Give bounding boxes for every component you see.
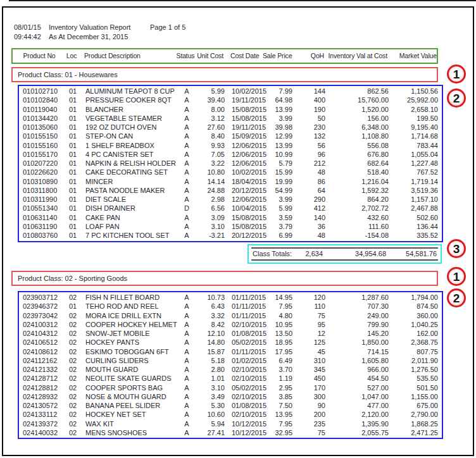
cell-inventory-val: 1,520.00 [327,105,390,114]
table-row: 02414003202MENS SNOSHOESA27.4110/12/2015… [20,428,442,437]
cell-description: DIET SCALE [85,195,177,204]
cell-unit-cost: 12.10 [196,329,226,338]
cell-cost-date: 01/08/2015 [226,329,264,338]
cell-cost-date: 20/12/2015 [226,231,264,240]
cell-inventory-val: 1,216.04 [327,177,390,186]
cell-unit-cost: 27.60 [196,123,226,132]
page-indicator: Page 1 of 5 [150,23,185,31]
col-inventory-val: Inventory Val at Cost [325,49,389,63]
cell-inventory-val: 477.00 [327,401,390,410]
cell-qoh: 400 [295,96,327,104]
table-row: 02390371202FISH N FILLET BOARDA10.7301/1… [20,293,442,302]
cell-loc: 01 [61,213,85,222]
cell-description: TEHO ROD AND REEL [85,302,177,311]
cell-qoh: 36 [295,222,327,231]
cell-product-no: 024140032 [20,428,61,437]
callout-3-class-totals: 3 [447,239,466,258]
cell-cost-date: 01/08/2015 [226,401,264,410]
cell-description: CURLING SLIDERS [85,356,177,365]
cell-description: FISH N FILLET BOARD [85,293,177,302]
cell-cost-date: 12/06/2015 [226,159,264,168]
cell-unit-cost: 2.80 [196,365,226,374]
cell-product-no: 010155170 [20,150,61,159]
cell-description: CAKE DECORATING SET [85,168,177,176]
cell-market-value: 1,276.50 [390,365,439,374]
cell-description: HOCKEY PANTS [85,338,177,347]
cell-unit-cost: 5.94 [196,419,226,428]
cell-description: NEOLITE SKATE GUARDS [85,374,177,383]
cell-cost-date: 19/11/2015 [226,96,264,104]
cell-cost-date: 01/11/2015 [226,347,264,356]
cell-sale-price: 19.99 [264,177,295,186]
cell-inventory-val: 864.20 [327,195,390,204]
table-row: 01031180001PASTA NOODLE MAKERA24.8820/12… [20,186,442,195]
cell-market-value: 535.50 [390,374,439,383]
cell-loc: 02 [61,320,85,329]
cell-description: MORA ICE DRILL EXTN [85,311,177,320]
cell-sale-price: 3.99 [264,195,295,204]
report-time: 09:44:42 [14,33,41,40]
cell-sale-price: 1.19 [264,374,295,383]
cell-qoh: 96 [295,150,327,159]
cell-status: A [177,356,196,365]
cell-product-no: 010134420 [20,114,61,123]
cell-loc: 02 [61,383,85,392]
cell-loc: 01 [61,141,85,150]
cell-description: BANANA PEEL SLIDER [85,401,177,410]
cell-description: PASTA NOODLE MAKER [85,186,177,195]
cell-sale-price: 7.99 [264,87,295,96]
cell-qoh: 200 [295,410,327,419]
cell-sale-price: 6.49 [264,356,295,365]
cell-market-value: 807.75 [390,347,439,356]
table-row: 02413311202HOCKEY NET SETA10.6002/10/201… [20,410,442,419]
table-row: 010155170014 PC CANISTER SETA7.0512/06/2… [20,150,442,159]
cell-unit-cost: 3.12 [196,114,226,123]
col-unit-cost: Unit Cost [195,49,225,63]
cell-inventory-val: 682.64 [327,159,390,168]
cell-loc: 02 [61,392,85,401]
cell-product-no: 010631190 [20,222,61,231]
cell-cost-date: 10/12/2015 [226,428,264,437]
table-row: 02412133202MOUTH GUARDA2.8002/10/20153.7… [20,365,442,374]
cell-inventory-val: 2,702.72 [327,204,390,213]
cell-description: 192 OZ DUTCH OVEN [85,123,177,132]
cell-product-no: 024112162 [20,356,61,365]
cell-product-no: 010311990 [20,195,61,204]
cell-loc: 01 [61,195,85,204]
cell-inventory-val: 249.00 [327,311,390,320]
table-row: 01011904001BLANCHERA8.0015/08/201513.991… [20,105,442,114]
cell-unit-cost: 3.10 [196,222,226,231]
cell-cost-date: 01/11/2015 [226,302,264,311]
product-class-header-housewares: Product Class: 01 - Housewares [11,67,438,82]
cell-inventory-val: 2,055.75 [327,428,390,437]
cell-product-no: 023946372 [20,302,61,311]
table-row: 02394637201TEHO ROD AND REELA6.4301/11/2… [20,302,442,311]
cell-product-no: 024139372 [20,419,61,428]
cell-inventory-val: -154.08 [327,231,390,240]
cell-unit-cost: 9.93 [196,141,226,150]
cell-inventory-val: 676.80 [327,150,390,159]
cell-sale-price: 7.50 [264,401,295,410]
cell-description: MENS SNOSHOES [85,428,177,437]
cell-market-value: 675.00 [390,401,439,410]
cell-loc: 01 [61,177,85,186]
table-row: 02412893202NOSE & MOUTH GUARDA3.4902/10/… [20,392,442,401]
cell-qoh: 95 [295,320,327,329]
cell-sale-price: 5.99 [264,204,295,213]
cell-product-no: 023903712 [20,293,61,302]
cell-sale-price: 17.95 [264,347,295,356]
cell-unit-cost: 39.40 [196,96,226,104]
cell-unit-cost: -3.21 [196,231,226,240]
cell-loc: 02 [61,428,85,437]
cell-status: A [177,159,196,168]
cell-product-no: 010803760 [20,231,61,240]
cell-status: A [177,150,196,159]
cell-loc: 02 [61,401,85,410]
table-row: 02410031202COOPER HOCKEY HELMETA8.4202/1… [20,320,442,329]
cell-cost-date: 02/10/2015 [226,392,264,401]
cell-unit-cost: 14.14 [196,177,226,186]
cell-market-value: 2,011.90 [390,356,439,365]
table-row: 02410861202ESKIMO TOBOGGAN 6FTA15.8701/1… [20,347,442,356]
cell-market-value: 1,719.14 [390,177,439,186]
cell-cost-date: 01/11/2015 [226,311,264,320]
